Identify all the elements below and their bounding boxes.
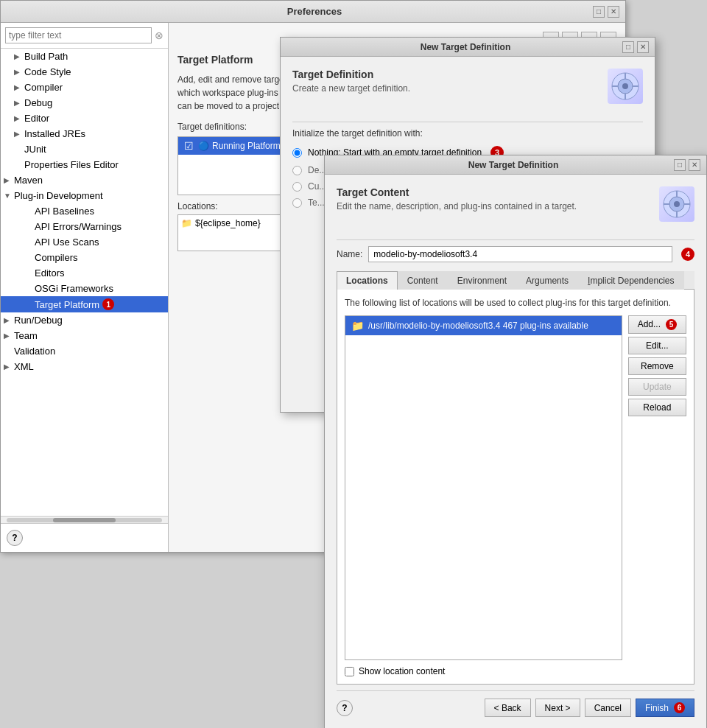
next-button[interactable]: Next > bbox=[535, 699, 580, 717]
sidebar-item-api-use-scans[interactable]: ▶ API Use Scans bbox=[1, 234, 168, 250]
tab-arguments[interactable]: Arguments bbox=[516, 271, 578, 290]
arrow-icon: ▶ bbox=[4, 363, 14, 371]
sidebar-item-team[interactable]: ▶ Team bbox=[1, 328, 168, 343]
dialog1-header-title: Target Definition bbox=[292, 69, 410, 80]
radio-current-input[interactable] bbox=[292, 182, 302, 192]
finish-button[interactable]: Finish 6 bbox=[636, 699, 694, 717]
radio-template-input[interactable] bbox=[292, 198, 302, 208]
dialog2-minimize-button[interactable]: □ bbox=[674, 159, 686, 171]
dialog2-close-button[interactable]: ✕ bbox=[689, 159, 700, 171]
filter-input[interactable] bbox=[5, 27, 152, 43]
name-input[interactable] bbox=[368, 246, 672, 262]
target-platform-badge: 1 bbox=[102, 298, 114, 310]
dialog1-close-button[interactable]: ✕ bbox=[637, 41, 649, 53]
locations-add-button[interactable]: Add... 5 bbox=[628, 315, 686, 334]
sidebar-item-osgi-frameworks[interactable]: ▶ OSGi Frameworks bbox=[1, 281, 168, 296]
arrow-icon: ▶ bbox=[14, 68, 24, 76]
edit-button[interactable]: Edit... bbox=[628, 337, 686, 354]
show-location-row: Show location content bbox=[345, 666, 686, 676]
sidebar-item-label: Validation bbox=[14, 346, 55, 357]
sidebar-item-properties-files-editor[interactable]: ▶ Properties Files Editor bbox=[1, 157, 168, 172]
name-row: Name: 4 bbox=[337, 246, 694, 262]
sidebar-item-api-baselines[interactable]: ▶ API Baselines bbox=[1, 203, 168, 219]
arrow-icon: ▶ bbox=[14, 130, 24, 138]
dialog2-body: Target Content Edit the name, descriptio… bbox=[325, 175, 706, 728]
sidebar-item-api-errors-warnings[interactable]: ▶ API Errors/Warnings bbox=[1, 219, 168, 234]
name-badge: 4 bbox=[681, 248, 694, 261]
separator bbox=[292, 122, 643, 122]
sidebar-item-debug[interactable]: ▶ Debug bbox=[1, 95, 168, 111]
tab-description: The following list of locations will be … bbox=[345, 297, 686, 309]
back-button[interactable]: < Back bbox=[485, 699, 531, 717]
help-button[interactable]: ? bbox=[7, 530, 23, 546]
sidebar-item-target-platform[interactable]: ▶ Target Platform 1 bbox=[1, 296, 168, 312]
svg-point-9 bbox=[674, 201, 680, 207]
sidebar-item-label: Compilers bbox=[35, 252, 78, 263]
radio-nothing-input[interactable] bbox=[292, 148, 302, 158]
location-list-item[interactable]: 📁 /usr/lib/modelio-by-modeliosoft3.4 467… bbox=[345, 316, 622, 335]
dialog2-titlebar: New Target Definition □ ✕ bbox=[325, 155, 706, 175]
location-label: ${eclipse_home} bbox=[195, 218, 261, 228]
sidebar-item-plugin-development[interactable]: ▼ Plug-in Development bbox=[1, 188, 168, 203]
sidebar-item-installed-jres[interactable]: ▶ Installed JREs bbox=[1, 126, 168, 141]
sidebar-item-compilers[interactable]: ▶ Compilers bbox=[1, 250, 168, 265]
svg-point-2 bbox=[622, 83, 628, 89]
update-button[interactable]: Update bbox=[628, 378, 686, 396]
finish-label: Finish bbox=[645, 703, 669, 713]
sidebar-item-editors[interactable]: ▶ Editors bbox=[1, 265, 168, 281]
add-badge: 5 bbox=[666, 319, 677, 330]
tab-content[interactable]: Content bbox=[398, 271, 448, 290]
sidebar-item-label: XML bbox=[14, 361, 34, 372]
folder-icon: 📁 bbox=[181, 218, 192, 228]
sidebar-item-label: Build Path bbox=[24, 51, 68, 62]
tabs-bar: Locations Content Environment Arguments … bbox=[337, 271, 694, 290]
dialog-target-content: New Target Definition □ ✕ Target Content… bbox=[324, 155, 707, 728]
filter-clear-icon[interactable]: ⊗ bbox=[155, 29, 163, 41]
sidebar-item-label: Plug-in Development bbox=[14, 190, 103, 201]
sidebar-item-code-style[interactable]: ▶ Code Style bbox=[1, 64, 168, 80]
minimize-button[interactable]: □ bbox=[593, 6, 605, 18]
sidebar-item-label: API Baselines bbox=[35, 206, 94, 217]
tab-locations[interactable]: Locations bbox=[337, 271, 398, 290]
sidebar-item-run-debug[interactable]: ▶ Run/Debug bbox=[1, 312, 168, 328]
sidebar-item-compiler[interactable]: ▶ Compiler bbox=[1, 80, 168, 95]
sidebar-item-label: Editors bbox=[35, 267, 64, 279]
window-controls: □ ✕ bbox=[593, 6, 619, 18]
cancel-button[interactable]: Cancel bbox=[585, 699, 631, 717]
arrow-icon: ▶ bbox=[14, 83, 24, 91]
locations-row: 📁 /usr/lib/modelio-by-modeliosoft3.4 467… bbox=[345, 315, 686, 660]
dialog2-header-desc: Edit the name, description, and plug-ins… bbox=[337, 201, 577, 211]
finish-badge: 6 bbox=[674, 702, 685, 713]
sidebar-item-build-path[interactable]: ▶ Build Path bbox=[1, 49, 168, 64]
folder-icon: 📁 bbox=[351, 320, 364, 332]
sidebar-item-label: Code Style bbox=[24, 66, 71, 77]
sidebar-item-junit[interactable]: ▶ JUnit bbox=[1, 141, 168, 157]
arrow-icon: ▶ bbox=[14, 114, 24, 122]
reload-loc-button[interactable]: Reload bbox=[628, 399, 686, 416]
dialog1-minimize-button[interactable]: □ bbox=[622, 41, 634, 53]
tab-environment[interactable]: Environment bbox=[448, 271, 516, 290]
dialog2-help-button[interactable]: ? bbox=[337, 700, 353, 716]
show-location-label: Show location content bbox=[359, 666, 445, 676]
arrow-icon: ▼ bbox=[4, 192, 14, 200]
sidebar-item-editor[interactable]: ▶ Editor bbox=[1, 111, 168, 126]
sidebar-item-label: Editor bbox=[24, 113, 49, 124]
sidebar-item-label: API Use Scans bbox=[35, 237, 99, 248]
preferences-titlebar: Preferences □ ✕ bbox=[1, 1, 625, 23]
dialog1-title: New Target Definition bbox=[309, 42, 622, 52]
sidebar-item-xml[interactable]: ▶ XML bbox=[1, 359, 168, 374]
arrow-icon: ▶ bbox=[4, 176, 14, 184]
dialog1-header-desc: Create a new target definition. bbox=[292, 83, 410, 94]
sidebar: ⊗ ▶ Build Path ▶ Code Style ▶ Compiler ▶… bbox=[1, 23, 169, 552]
sidebar-item-maven[interactable]: ▶ Maven bbox=[1, 172, 168, 188]
close-button[interactable]: ✕ bbox=[608, 6, 619, 18]
dialog2-title: New Target Definition bbox=[353, 160, 674, 170]
remove-button[interactable]: Remove bbox=[628, 357, 686, 375]
show-location-checkbox[interactable] bbox=[345, 667, 354, 676]
tab-implicit-dependencies[interactable]: Implicit Dependencies bbox=[578, 271, 683, 290]
sidebar-item-validation[interactable]: ▶ Validation bbox=[1, 343, 168, 359]
sidebar-item-label: API Errors/Warnings bbox=[35, 221, 122, 232]
name-label: Name: bbox=[337, 249, 362, 259]
dialog2-icon bbox=[659, 186, 694, 222]
radio-default-input[interactable] bbox=[292, 166, 302, 175]
